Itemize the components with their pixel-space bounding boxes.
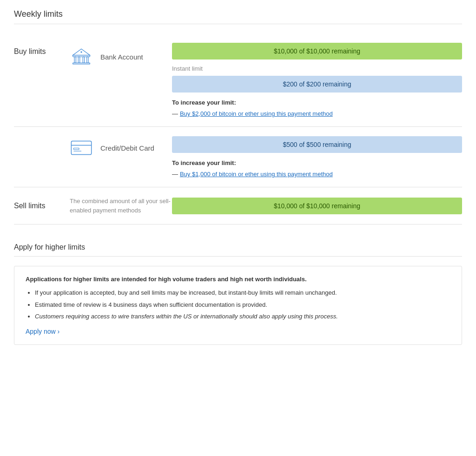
bank-instant-bar: $200 of $200 remaining [172,76,462,93]
card-label: Credit/Debit Card [100,144,154,152]
buy-limits-label: Buy limits [14,43,70,56]
weekly-limits-title: Weekly limits [14,9,462,19]
sell-limits-label: Sell limits [14,202,70,210]
card-dash: — [172,171,178,178]
apply-bullet-1: If your application is accepted, buy and… [35,288,450,297]
instant-label: Instant limit [172,65,462,72]
svg-rect-2 [78,57,79,63]
card-method: Credit/Debit Card [70,136,172,157]
svg-point-7 [80,51,82,53]
bank-increase-link[interactable]: Buy $2,000 of bitcoin or ether using thi… [180,110,333,117]
card-increase-label: To increase your limit: [172,159,462,166]
sell-limits-bar-container: $10,000 of $10,000 remaining [172,198,462,214]
svg-rect-10 [73,148,79,149]
svg-rect-5 [73,63,90,64]
apply-now-link[interactable]: Apply now › [26,328,60,335]
apply-section: Apply for higher limits Applications for… [14,243,462,345]
sell-limits-description: The combined amount of all your sell-ena… [70,197,172,215]
bank-increase-label: To increase your limit: [172,99,462,106]
bank-account-label: Bank Account [100,53,143,61]
bank-icon [70,45,93,68]
top-divider [14,24,462,24]
card-increase-text: — Buy $1,000 of bitcoin or ether using t… [172,170,462,178]
apply-box-title: Applications for higher limits are inten… [26,276,450,283]
buy-limits-card-row: Credit/Debit Card $500 of $500 remaining… [14,127,462,187]
svg-rect-3 [83,57,84,63]
bank-dash: — [172,110,178,117]
bank-increase-text: — Buy $2,000 of bitcoin or ether using t… [172,110,462,117]
bank-limits-detail: $10,000 of $10,000 remaining Instant lim… [172,43,462,117]
card-bar: $500 of $500 remaining [172,136,462,153]
apply-section-title: Apply for higher limits [14,243,462,251]
apply-box: Applications for higher limits are inten… [14,266,462,345]
bank-account-method: Bank Account [70,43,172,68]
svg-rect-1 [74,57,76,63]
card-limits-detail: $500 of $500 remaining To increase your … [172,136,462,178]
sell-limits-row: Sell limits The combined amount of all y… [14,187,462,225]
apply-list: If your application is accepted, buy and… [26,288,450,321]
buy-limits-label-empty [14,136,70,141]
svg-rect-4 [87,57,88,63]
apply-divider [14,256,462,257]
buy-limits-bank-row: Buy limits Bank Account $10,000 of $10,0… [14,33,462,127]
apply-bullet-2: Estimated time of review is 4 business d… [35,300,450,310]
sell-total-bar: $10,000 of $10,000 remaining [172,198,462,214]
credit-card-icon [70,139,93,157]
apply-bullet-3: Customers requiring access to wire trans… [35,312,450,321]
card-increase-link[interactable]: Buy $1,000 of bitcoin or ether using thi… [180,171,333,178]
bank-total-bar: $10,000 of $10,000 remaining [172,43,462,59]
